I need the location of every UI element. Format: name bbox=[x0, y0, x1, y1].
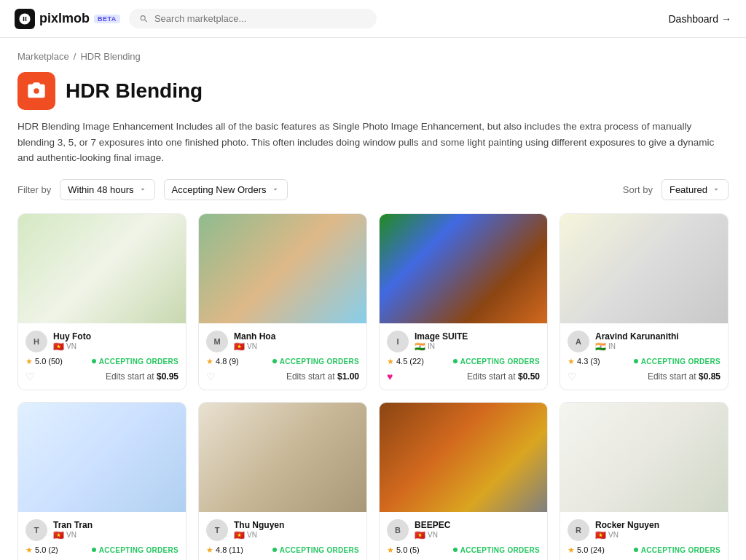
rating: ★ 5.0 (50) bbox=[25, 357, 63, 366]
rating-value: 5.0 bbox=[577, 545, 588, 554]
status-dot bbox=[634, 359, 638, 363]
seller-country: 🇻🇳 VN bbox=[53, 530, 178, 540]
dashboard-link[interactable]: Dashboard → bbox=[669, 13, 732, 25]
card-footer: ♡ Edits start at $0.85 bbox=[568, 371, 721, 382]
filter-by-label: Filter by bbox=[17, 184, 51, 195]
rating: ★ 4.5 (22) bbox=[387, 357, 424, 366]
status-dot bbox=[272, 548, 277, 552]
chevron-down-icon bbox=[138, 185, 147, 194]
avatar: A bbox=[568, 331, 589, 352]
rating-count: (3) bbox=[590, 357, 600, 366]
star-icon: ★ bbox=[206, 357, 213, 366]
price: Edits start at $0.95 bbox=[106, 371, 178, 382]
seller-info: Aravind Karunanithi 🇮🇳 IN bbox=[595, 331, 721, 352]
star-icon: ★ bbox=[568, 357, 575, 366]
card-stats: ★ 4.8 (11) ACCEPTING ORDERS bbox=[206, 545, 359, 555]
nav-right: Dashboard → bbox=[669, 13, 732, 25]
card-photo bbox=[18, 403, 186, 512]
flag-icon: 🇻🇳 bbox=[234, 342, 245, 352]
status-label: ACCEPTING ORDERS bbox=[280, 546, 359, 554]
card-seller: M Manh Hoa 🇻🇳 VN bbox=[206, 331, 359, 352]
card-body: M Manh Hoa 🇻🇳 VN ★ 4.8 (9) ACCEP bbox=[199, 323, 366, 390]
avatar: R bbox=[568, 519, 589, 541]
card-item[interactable]: A Aravind Karunanithi 🇮🇳 IN ★ 4.3 (3) bbox=[560, 213, 729, 390]
rating: ★ 4.8 (11) bbox=[206, 545, 243, 555]
card-item[interactable]: B BEEPEC 🇻🇳 VN ★ 5.0 (5) ACCEPTI bbox=[379, 402, 548, 560]
card-stats: ★ 4.5 (22) ACCEPTING ORDERS bbox=[387, 357, 540, 366]
card-item[interactable]: R Rocker Nguyen 🇻🇳 VN ★ 5.0 (24) bbox=[560, 402, 729, 560]
rating-count: (11) bbox=[229, 545, 243, 554]
like-button[interactable]: ♡ bbox=[206, 371, 216, 382]
status-label: ACCEPTING ORDERS bbox=[280, 358, 359, 366]
avatar: B bbox=[387, 519, 409, 541]
rating-value: 4.3 bbox=[577, 357, 588, 366]
card-body: T Tran Tran 🇻🇳 VN ★ 5.0 (2) ACCE bbox=[18, 512, 186, 560]
navbar: pixlmob BETA Dashboard → bbox=[0, 0, 746, 38]
country-code: VN bbox=[247, 531, 257, 539]
page-header: HDR Blending bbox=[17, 72, 729, 110]
avatar: T bbox=[206, 519, 228, 541]
status-label: ACCEPTING ORDERS bbox=[99, 546, 178, 554]
seller-info: Manh Hoa 🇻🇳 VN bbox=[234, 331, 359, 352]
search-bar[interactable] bbox=[129, 9, 377, 28]
seller-country: 🇮🇳 IN bbox=[415, 342, 540, 352]
card-seller: B BEEPEC 🇻🇳 VN bbox=[387, 519, 540, 541]
card-photo bbox=[560, 403, 728, 512]
breadcrumb-parent[interactable]: Marketplace bbox=[17, 51, 69, 62]
card-body: H Huy Foto 🇻🇳 VN ★ 5.0 (50) ACCE bbox=[18, 323, 186, 390]
chevron-down-icon bbox=[271, 185, 280, 194]
star-icon: ★ bbox=[25, 545, 33, 555]
star-icon: ★ bbox=[387, 545, 394, 555]
sort-filter[interactable]: Featured bbox=[661, 179, 729, 200]
card-item[interactable]: M Manh Hoa 🇻🇳 VN ★ 4.8 (9) ACCEP bbox=[198, 213, 367, 390]
like-button[interactable]: ♥ bbox=[387, 371, 393, 382]
card-footer: ♥ Edits start at $0.50 bbox=[387, 371, 540, 382]
logo-icon bbox=[15, 9, 35, 29]
card-item[interactable]: H Huy Foto 🇻🇳 VN ★ 5.0 (50) ACCE bbox=[17, 213, 186, 390]
cards-grid: H Huy Foto 🇻🇳 VN ★ 5.0 (50) ACCE bbox=[17, 213, 729, 560]
nav-left: pixlmob BETA bbox=[15, 9, 377, 29]
card-stats: ★ 4.3 (3) ACCEPTING ORDERS bbox=[568, 357, 721, 366]
card-photo bbox=[199, 403, 366, 512]
star-icon: ★ bbox=[387, 357, 394, 366]
accepting-status: ACCEPTING ORDERS bbox=[634, 358, 721, 366]
rating-value: 5.0 bbox=[35, 357, 46, 366]
avatar: H bbox=[25, 331, 47, 352]
logo[interactable]: pixlmob BETA bbox=[15, 9, 120, 29]
card-footer: ♡ Edits start at $1.00 bbox=[206, 371, 359, 382]
accepting-status: ACCEPTING ORDERS bbox=[634, 546, 721, 554]
rating-value: 4.5 bbox=[396, 357, 407, 366]
card-stats: ★ 5.0 (5) ACCEPTING ORDERS bbox=[387, 545, 540, 555]
card-photo bbox=[380, 214, 547, 323]
content: Marketplace / HDR Blending HDR Blending … bbox=[0, 38, 746, 560]
card-seller: A Aravind Karunanithi 🇮🇳 IN bbox=[568, 331, 721, 352]
card-stats: ★ 4.8 (9) ACCEPTING ORDERS bbox=[206, 357, 359, 366]
time-filter[interactable]: Within 48 hours bbox=[60, 179, 154, 200]
card-item[interactable]: T Tran Tran 🇻🇳 VN ★ 5.0 (2) ACCE bbox=[17, 402, 186, 560]
seller-info: BEEPEC 🇻🇳 VN bbox=[415, 520, 540, 540]
country-code: VN bbox=[66, 342, 76, 350]
search-input[interactable] bbox=[154, 13, 366, 24]
card-item[interactable]: T Thu Nguyen 🇻🇳 VN ★ 4.8 (11) AC bbox=[198, 402, 367, 560]
like-button[interactable]: ♡ bbox=[568, 371, 577, 382]
seller-country: 🇻🇳 VN bbox=[234, 530, 359, 540]
card-item[interactable]: I Image SUITE 🇮🇳 IN ★ 4.5 (22) A bbox=[379, 213, 548, 390]
country-code: VN bbox=[608, 531, 619, 539]
logo-text: pixlmob bbox=[39, 11, 90, 26]
order-filter[interactable]: Accepting New Orders bbox=[164, 179, 288, 200]
status-dot bbox=[92, 359, 96, 363]
country-code: IN bbox=[428, 342, 435, 350]
filters-bar: Filter by Within 48 hours Accepting New … bbox=[17, 179, 729, 200]
seller-country: 🇻🇳 VN bbox=[415, 530, 540, 540]
avatar: I bbox=[387, 331, 409, 352]
rating-value: 5.0 bbox=[35, 545, 46, 554]
country-code: VN bbox=[66, 531, 76, 539]
flag-icon: 🇻🇳 bbox=[53, 342, 64, 352]
avatar: M bbox=[206, 331, 228, 352]
seller-info: Image SUITE 🇮🇳 IN bbox=[415, 331, 540, 352]
like-button[interactable]: ♡ bbox=[25, 371, 35, 382]
status-label: ACCEPTING ORDERS bbox=[641, 546, 721, 554]
breadcrumb-current: HDR Blending bbox=[80, 51, 140, 62]
seller-name: Tran Tran bbox=[53, 520, 178, 530]
card-body: I Image SUITE 🇮🇳 IN ★ 4.5 (22) A bbox=[380, 323, 547, 390]
